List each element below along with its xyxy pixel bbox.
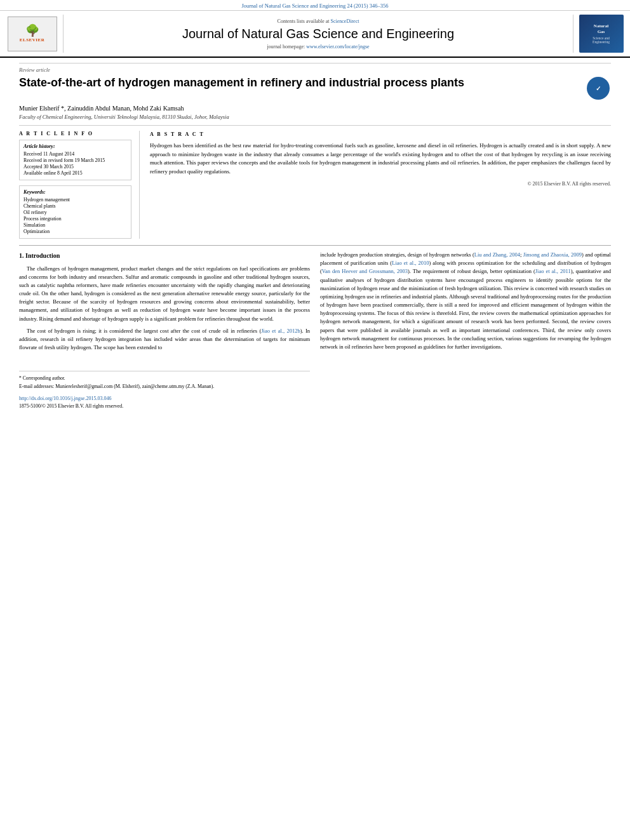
keyword-2: Chemical plants [23,203,127,209]
elsevier-logo: 🌳 ELSEVIER [8,17,57,51]
footer-links-section: http://dx.doi.org/10.1016/j.jngse.2015.0… [19,394,310,410]
contents-available-text: Contents lists available at ScienceDirec… [278,18,359,24]
ref-liu-zhang-2004[interactable]: Liu and Zhang, 2004 [474,251,520,258]
authors-line: Munier Elsherif *, Zainuddin Abdul Manan… [19,105,611,112]
ref-jiao-2012b[interactable]: Jiao et al., 2012b [261,328,300,334]
journal-right-logo: NaturalGas Science andEngineering [573,15,624,53]
paragraph-indent-2 [19,327,27,335]
crossmark-icon: ✓ [587,77,610,100]
intro-paragraph-1-text: The challenges of hydrogen management, p… [19,265,310,322]
email-note: E-mail addresses: Munierelesherif@gmail.… [19,383,310,390]
abstract-text: Hydrogen has been identified as the best… [150,142,611,177]
article-title-row: State-of-the-art of hydrogen management … [19,76,611,101]
article-history-section: Article history: Received 11 August 2014… [19,140,131,180]
keywords-title: Keywords: [23,189,127,195]
keyword-3: Oil refinery [23,210,127,215]
available-online-date: Available online 8 April 2015 [23,170,127,176]
doi-line: http://dx.doi.org/10.1016/j.jngse.2015.0… [19,394,310,403]
journal-reference-bar: Journal of Natural Gas Science and Engin… [0,0,630,11]
intro-paragraph-2: The cost of hydrogen is rising; it is co… [19,327,310,352]
doi-link[interactable]: http://dx.doi.org/10.1016/j.jngse.2015.0… [19,396,111,401]
section-title: Introduction [25,252,60,259]
journal-homepage-line: journal homepage: www.elsevier.com/locat… [267,44,369,50]
corresponding-author-note: * Corresponding author. [19,375,310,382]
elsevier-logo-section: 🌳 ELSEVIER [6,15,64,53]
science-direct-link[interactable]: ScienceDirect [331,18,359,24]
crossmark-badge: ✓ [586,76,611,101]
ng-logo: NaturalGas Science andEngineering [579,15,624,53]
right-col-text: include hydrogen production strategies, … [320,251,611,350]
keyword-4: Process integration [23,216,127,222]
history-title: Article history: [23,143,127,149]
info-abstract-section: A R T I C L E I N F O Article history: R… [19,131,611,239]
keywords-section: Keywords: Hydrogen management Chemical p… [19,185,131,239]
received-date: Received 11 August 2014 [23,151,127,157]
ref-van-den-heever-2003[interactable]: Van den Heever and Grossmann, 2003 [322,268,408,274]
article-title: State-of-the-art of hydrogen management … [19,76,464,90]
ref-jinsong-2009[interactable]: Jinsong and Zhaoxia, 2009 [523,251,582,258]
review-article-label: Review article [19,63,611,73]
keyword-5: Simulation [23,222,127,228]
elsevier-label: ELSEVIER [20,37,44,43]
right-col-paragraph-1: include hydrogen production strategies, … [320,251,611,351]
body-col-left: 1. Introduction The challenges of hydrog… [19,251,310,410]
intro-paragraph-1: The challenges of hydrogen management, p… [19,265,310,323]
keyword-1: Hydrogen management [23,197,127,203]
journal-header: 🌳 ELSEVIER Contents lists available at S… [0,11,630,58]
article-info-header: A R T I C L E I N F O [19,131,131,137]
email-text: E-mail addresses: Munierelesherif@gmail.… [19,383,214,389]
accepted-date: Accepted 30 March 2015 [23,164,127,170]
section-number: 1. [19,252,24,259]
abstract-col: A B S T R A C T Hydrogen has been identi… [150,131,611,239]
ng-logo-subtitle: Science andEngineering [593,36,610,44]
issn-line: 1875-5100/© 2015 Elsevier B.V. All right… [19,403,310,410]
body-col-right: include hydrogen production strategies, … [320,251,611,410]
article-info-col: A R T I C L E I N F O Article history: R… [19,131,140,239]
journal-title-section: Contents lists available at ScienceDirec… [69,15,568,53]
ng-logo-title: NaturalGas [594,23,608,35]
elsevier-tree-icon: 🌳 [25,25,39,36]
journal-title: Journal of Natural Gas Science and Engin… [182,27,454,41]
body-two-col: 1. Introduction The challenges of hydrog… [19,251,611,410]
abstract-header: A B S T R A C T [150,131,611,138]
received-revised-date: Received in revised form 19 March 2015 [23,157,127,163]
section-divider [19,245,611,246]
introduction-heading: 1. Introduction [19,251,310,261]
ref-jiao-2011[interactable]: Jiao et al., 2011 [535,268,571,274]
footnotes-section: * Corresponding author. E-mail addresses… [19,371,310,390]
authors-text: Munier Elsherif *, Zainuddin Abdul Manan… [19,105,184,112]
intro-paragraph-2-text: The cost of hydrogen is rising; it is co… [19,328,310,350]
paragraph-indent [19,265,27,273]
keyword-6: Optimization [23,229,127,234]
affiliation-line: Faculty of Chemical Engineering, Univers… [19,114,611,126]
journal-homepage-link[interactable]: www.elsevier.com/locate/jngse [306,44,369,50]
journal-reference-text: Journal of Natural Gas Science and Engin… [241,3,388,9]
ref-liao-2010[interactable]: Liao et al., 2010 [392,260,429,266]
copyright-line: © 2015 Elsevier B.V. All rights reserved… [150,180,611,188]
article-wrapper: Review article State-of-the-art of hydro… [0,58,630,417]
